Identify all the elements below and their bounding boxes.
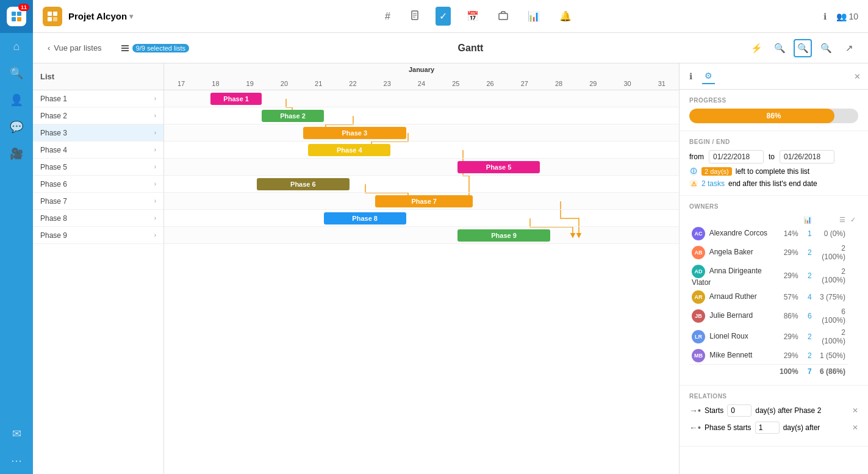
list-item[interactable]: Phase 5›: [33, 159, 163, 176]
chart-panel[interactable]: January 171819202122232425262728293031 P…: [164, 63, 679, 474]
from-date-input[interactable]: [709, 150, 764, 163]
project-dropdown-icon[interactable]: ▾: [129, 12, 133, 21]
panel-close-button[interactable]: ✕: [854, 72, 861, 81]
chart-row[interactable]: [164, 159, 679, 176]
list-item[interactable]: Phase 4›: [33, 142, 163, 159]
list-header: List: [33, 63, 163, 90]
svg-rect-4: [48, 12, 52, 16]
app-logo[interactable]: 11: [0, 0, 33, 33]
day-label: 22: [335, 80, 370, 87]
to-date-input[interactable]: [780, 150, 834, 163]
day-label: 18: [198, 80, 232, 87]
selected-lists-button[interactable]: 9/9 selected lists: [117, 41, 194, 55]
day-label: 26: [473, 80, 507, 87]
list-item-label: Phase 6: [40, 180, 67, 189]
gantt-bar[interactable]: Phase 8: [324, 212, 406, 224]
owner-done: 6 (100%): [814, 306, 848, 326]
content-area: List Phase 1›Phase 2›Phase 3›Phase 4›Pha…: [33, 63, 868, 474]
total-pct: 100%: [777, 365, 801, 378]
chart-row[interactable]: [164, 142, 679, 159]
owner-avatar: MB: [692, 349, 705, 362]
doc-icon[interactable]: [406, 7, 423, 26]
relation-remove-button[interactable]: ✕: [852, 423, 858, 432]
owner-tasks[interactable]: 6: [801, 306, 814, 326]
owner-tasks[interactable]: 4: [801, 289, 814, 306]
list-item[interactable]: Phase 2›: [33, 107, 163, 124]
user-icon[interactable]: 👤: [0, 87, 33, 113]
gantt-bar[interactable]: Phase 6: [257, 178, 350, 190]
owner-tasks[interactable]: 2: [801, 347, 814, 365]
briefcase-icon[interactable]: [495, 7, 512, 26]
gantt-bar[interactable]: Phase 9: [457, 229, 550, 242]
gantt-bar[interactable]: Phase 1: [210, 93, 262, 105]
info-tab[interactable]: ℹ: [687, 69, 695, 84]
list-item[interactable]: Phase 1›: [33, 90, 163, 107]
days-remaining-row: ⓘ 2 day(s) left to complete this list: [689, 167, 858, 176]
bolt-icon[interactable]: ⚡: [747, 39, 766, 57]
progress-label: 86%: [766, 112, 781, 120]
gantt-bar[interactable]: Phase 3: [303, 127, 406, 139]
list-item[interactable]: Phase 8›: [33, 210, 163, 227]
day-labels: 171819202122232425262728293031: [164, 80, 679, 87]
svg-rect-3: [17, 17, 21, 21]
search-active-icon[interactable]: 🔍: [794, 39, 812, 57]
relation-remove-button[interactable]: ✕: [852, 406, 858, 415]
chart-row[interactable]: [164, 107, 679, 124]
owner-tasks[interactable]: 1: [801, 225, 814, 242]
owner-tasks[interactable]: 2: [801, 263, 814, 289]
relation-days-input[interactable]: [755, 422, 780, 434]
search-icon[interactable]: 🔍: [0, 60, 33, 87]
tasks-warning-text: end after this list's end date: [728, 179, 817, 188]
calendar-icon[interactable]: 📅: [463, 7, 482, 26]
sidebar: 11 ⌂ 🔍 👤 💬 🎥 ✉ ⋯: [0, 0, 33, 474]
more-icon[interactable]: ⋯: [0, 447, 33, 474]
chart-row[interactable]: [164, 227, 679, 244]
svg-rect-2: [12, 17, 16, 21]
right-panel: ℹ ⚙ ✕ PROGRESS 86% BEGIN / END from to: [679, 63, 868, 474]
chart-row[interactable]: [164, 210, 679, 227]
chart-icon[interactable]: 📊: [524, 7, 543, 26]
relation-days-input[interactable]: [727, 404, 751, 417]
zoom-out-icon[interactable]: 🔍: [770, 39, 789, 57]
user-count-icon[interactable]: 👥 10: [836, 12, 858, 21]
date-row: from to: [689, 150, 858, 163]
tasks-warning-link[interactable]: 2 tasks: [701, 179, 725, 188]
list-item-arrow: ›: [154, 181, 156, 187]
list-item[interactable]: Phase 9›: [33, 227, 163, 244]
info-icon[interactable]: ℹ: [823, 12, 827, 21]
chart-row[interactable]: [164, 176, 679, 193]
view-lists-button[interactable]: ‹ Vue par listes: [43, 41, 107, 55]
chart-row[interactable]: [164, 124, 679, 142]
relation-suffix: day(s) after: [783, 423, 820, 432]
external-link-icon[interactable]: ↗: [840, 39, 858, 57]
progress-title: PROGRESS: [689, 97, 858, 104]
owner-tasks[interactable]: 2: [801, 242, 814, 263]
owner-tasks[interactable]: 2: [801, 326, 814, 347]
days-badge: 2 day(s): [701, 167, 732, 176]
relation-suffix: day(s) after Phase 2: [755, 406, 821, 415]
list-item-arrow: ›: [154, 112, 156, 119]
relation-label: Starts: [705, 406, 723, 415]
mail-icon[interactable]: ✉: [0, 420, 33, 447]
settings-tab[interactable]: ⚙: [702, 68, 715, 84]
gantt-bar[interactable]: Phase 2: [262, 110, 323, 122]
list-item[interactable]: Phase 7›: [33, 193, 163, 210]
home-icon[interactable]: ⌂: [0, 33, 33, 60]
chat-icon[interactable]: 💬: [0, 113, 33, 140]
svg-rect-1: [17, 12, 21, 16]
list-item[interactable]: Phase 3›: [33, 124, 163, 142]
zoom-in-icon[interactable]: 🔍: [817, 39, 835, 57]
gantt-bar[interactable]: Phase 4: [308, 144, 390, 156]
view-label: Vue par listes: [54, 43, 101, 52]
owner-name-cell: MB Mike Bennett: [689, 347, 777, 365]
video-icon[interactable]: 🎥: [0, 140, 33, 167]
gantt-bar[interactable]: Phase 7: [375, 195, 473, 207]
gantt-bar[interactable]: Phase 5: [457, 161, 540, 173]
project-title[interactable]: Projet Alcyon ▾: [43, 7, 133, 26]
list-item[interactable]: Phase 6›: [33, 176, 163, 193]
owner-row: AB Angela Baker 29% 2 2 (100%): [689, 242, 858, 263]
bell-icon[interactable]: 🔔: [556, 7, 575, 26]
owner-row: MB Mike Bennett 29% 2 1 (50%): [689, 347, 858, 365]
hash-icon[interactable]: #: [381, 7, 394, 26]
check-icon[interactable]: ✓: [436, 7, 451, 26]
